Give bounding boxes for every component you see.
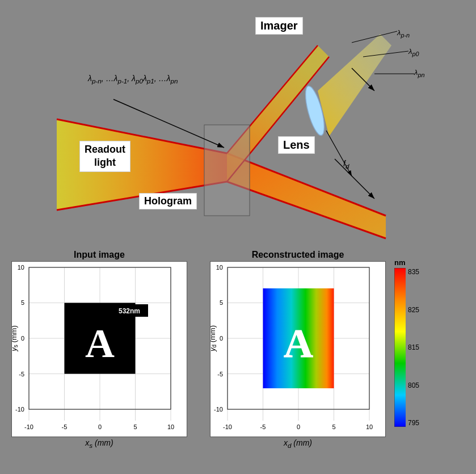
svg-text:-10: -10 [24,423,33,430]
lambda-right-3: λpn [414,68,424,78]
colorbar-tick-825: 825 [408,306,419,314]
svg-rect-10 [204,125,250,216]
lambda-top-annotation: λp-n, …λp-1, λp0λp1, …λpn [88,74,178,85]
hologram-label: Hologram [139,193,197,209]
imager-label: Imager [255,17,303,35]
input-plot-svg: A 10 5 0 -5 -10 -10 -5 0 5 10 ys (mm) 53… [11,261,187,437]
colorbar-ticks: 835 825 815 805 795 [406,268,419,427]
colorbar-container: nm 835 825 [394,258,419,427]
svg-text:ys (mm): ys (mm) [11,325,19,351]
input-plot-title: Input image [11,250,187,260]
svg-text:A: A [85,321,115,366]
lambda-right-1: λp-n [397,28,410,39]
svg-rect-70 [394,268,406,427]
svg-text:10: 10 [216,264,223,271]
colorbar-tick-795: 795 [408,419,419,427]
svg-text:0: 0 [220,335,223,342]
svg-marker-3 [227,153,386,238]
svg-text:0: 0 [21,335,24,342]
lens-label: Lens [278,136,315,154]
svg-text:-10: -10 [214,406,223,413]
svg-marker-11 [318,34,391,136]
colorbar-svg [394,268,406,427]
svg-text:5: 5 [21,299,24,306]
svg-text:-5: -5 [19,371,24,377]
svg-text:-10: -10 [15,406,24,413]
svg-text:0: 0 [98,423,102,430]
input-plot-xlabel: xs (mm) [11,438,187,449]
svg-text:-5: -5 [260,423,266,430]
lambda-right-2: λp0 [408,47,419,57]
svg-text:-5: -5 [62,423,68,430]
colorbar-tick-805: 805 [408,381,419,389]
colorbar-unit-label: nm [394,258,406,267]
svg-text:0: 0 [297,423,300,430]
svg-text:10: 10 [167,423,174,430]
reconstructed-plot: Reconstructed image [210,250,386,463]
svg-text:10: 10 [18,264,24,271]
svg-text:5: 5 [332,423,335,430]
reconstructed-plot-svg: A 10 5 0 -5 -10 -10 -5 0 5 10 yd (mm) [210,261,386,437]
focal-length-annotation: fd [343,159,349,170]
plots-area: Input image A [0,244,476,474]
colorbar-tick-815: 815 [408,343,419,351]
reconstructed-plot-xlabel: xd (mm) [210,438,386,449]
readout-light-label: Readoutlight [79,141,130,172]
svg-line-12 [335,159,374,199]
svg-text:5: 5 [133,423,137,430]
svg-text:A: A [284,321,313,366]
colorbar-tick-835: 835 [408,268,419,276]
svg-text:yd (mm): yd (mm) [210,325,217,352]
input-plot: Input image A [11,250,187,463]
svg-text:532nm: 532nm [119,307,140,315]
diagram-area: Imager Lens Readoutlight Hologram λp-n, … [0,0,476,244]
svg-text:10: 10 [366,423,373,430]
reconstructed-plot-title: Reconstructed image [210,250,386,260]
svg-text:-5: -5 [217,371,223,377]
svg-text:-10: -10 [223,423,232,430]
svg-text:5: 5 [220,299,223,306]
